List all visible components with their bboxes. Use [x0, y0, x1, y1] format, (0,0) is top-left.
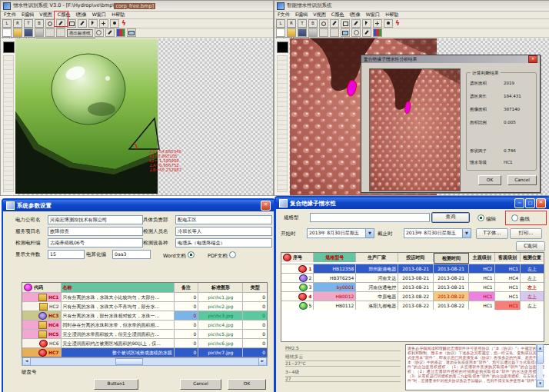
annotate-pencil-icon[interactable] [105, 28, 115, 37]
company-input[interactable]: 河南宏博测控技术有限公司 [48, 215, 143, 224]
new-file-icon[interactable] [2, 28, 12, 37]
flip-bottom-button[interactable]: B [35, 19, 44, 28]
word-doc-radio[interactable]: Word文档 [163, 251, 195, 260]
timer-icon[interactable] [351, 28, 361, 37]
tr-title-bar[interactable]: 智能憎水性识别系统 [274, 1, 549, 12]
crosshair-tool-icon[interactable] [99, 19, 108, 28]
seq-header[interactable]: 序号 [281, 253, 314, 262]
menu-edit[interactable]: E编辑 [295, 12, 308, 18]
palette-icon[interactable] [116, 28, 125, 37]
redo-icon[interactable] [56, 28, 65, 37]
device-input[interactable]: 电缆头（电缆终端盒） [175, 238, 272, 247]
point-tool-icon[interactable] [384, 19, 393, 28]
pdf-doc-radio[interactable]: PDF文档 [208, 251, 236, 260]
result-dialog-title-bar[interactable]: 复合绝缘子憎水性分析结果 ✕ [361, 55, 540, 63]
pic-header[interactable]: 标准图形 [198, 283, 243, 292]
tr-foreground-color-swatch[interactable] [277, 42, 288, 53]
objective-header[interactable]: 客观级别 [495, 253, 521, 262]
palette-icon[interactable] [373, 28, 382, 37]
save-file-icon[interactable] [298, 28, 307, 37]
print-icon[interactable] [308, 28, 318, 37]
display-icon[interactable] [341, 28, 350, 37]
select-tool-icon[interactable] [362, 19, 371, 28]
department-input[interactable]: 配电工区 [175, 215, 272, 224]
scroll-thumb[interactable] [537, 351, 544, 364]
record-row[interactable]: 3 by0001 河南信通电控 2013-08-21 2013-08-21 HC… [281, 283, 544, 292]
menu-file[interactable]: F文件 [4, 12, 16, 18]
records-close-icon[interactable]: ✕ [536, 198, 546, 208]
record-row[interactable]: 5 HB0112 洛阳九都电器 2013-08-22 2013-08-22 HC… [281, 301, 544, 310]
computer-code-input[interactable]: 0aa3 [112, 250, 151, 259]
records-maximize-icon[interactable]: □ [525, 198, 535, 208]
result-dialog-close-icon[interactable]: ✕ [528, 55, 537, 63]
menu-window[interactable]: W窗口 [366, 12, 381, 18]
start-date-combo[interactable]: 2013年 8月30日星期五▼ [307, 228, 374, 238]
menu-view[interactable]: V视图 [313, 12, 326, 18]
table-row[interactable]: HC4 同时存在分离的水珠和水带，但水带的面积相... 0 pic\hc4.jp… [22, 321, 267, 330]
tl-title-bar[interactable]: 憎水性识别系统 V3.0 - [F:\Hydrop\ve\bmp\corp_fr… [1, 1, 273, 12]
chevron-down-icon[interactable]: ▼ [462, 229, 471, 238]
run-date-header[interactable]: 投运时间 [398, 253, 434, 262]
scroll-left-icon[interactable]: ◄ [22, 357, 31, 366]
menu-image[interactable]: I图像 [350, 12, 361, 18]
type-header[interactable]: 类型 [243, 283, 267, 292]
timer-icon[interactable] [95, 28, 104, 37]
flip-top-button[interactable]: T [298, 19, 307, 28]
point-tool-icon[interactable] [110, 19, 119, 28]
position-header[interactable]: 检测位置 [521, 253, 544, 262]
leaf-droplet-image[interactable]: ∠1=54.885346 k1=0.865105 k2=-1.190909 ∠A… [15, 38, 231, 194]
license-text-box[interactable]: 请务必仔细阅读和理解此宏博软件许可使用协议（“本《协议》”）中规定的所有权利和限… [405, 344, 549, 390]
save-file-icon[interactable] [24, 28, 33, 37]
rotate-right-button[interactable]: R [287, 19, 296, 28]
settings-close-icon[interactable]: ✕ [261, 201, 271, 211]
chevron-down-icon[interactable]: ▼ [365, 229, 374, 238]
annotate-pencil-icon[interactable] [362, 28, 371, 37]
records-title-bar[interactable]: 复合绝缘子憎水性 ─ □ ✕ [276, 198, 549, 209]
model-header[interactable]: 规格型号 [314, 253, 356, 262]
redo-icon[interactable] [330, 28, 339, 37]
rotate-left-button[interactable]: L [276, 19, 285, 28]
scroll-thumb[interactable] [115, 358, 143, 365]
standard-line-tool-icon[interactable] [351, 19, 361, 28]
undo-icon[interactable] [319, 28, 328, 37]
new-file-icon[interactable] [276, 28, 285, 37]
standard-line-tool-icon[interactable] [78, 19, 87, 28]
settings-title-bar[interactable]: 系统参数设置 ✕ [3, 200, 274, 211]
pole-input[interactable]: 古南养殖线06号 [48, 238, 143, 247]
zoom-tool-icon[interactable] [319, 19, 328, 28]
analyze-flash-icon[interactable] [394, 20, 402, 27]
test-date-header[interactable]: 检测时间 [434, 253, 470, 264]
table-row[interactable]: HC5 完全浸润的水带面积较大，但完全浸润面积占... 0 pic\hc5.jp… [22, 330, 267, 339]
display-icon[interactable] [127, 28, 136, 37]
open-file-icon[interactable] [287, 28, 296, 37]
menu-file[interactable]: F文件 [278, 12, 290, 18]
name-header[interactable]: 名称 [62, 283, 175, 292]
maker-header[interactable]: 生产厂家 [356, 253, 398, 262]
project-input[interactable]: 故障排查 [48, 227, 143, 236]
rectangle-tool-icon[interactable] [341, 19, 350, 28]
menu-edit[interactable]: E编辑 [22, 12, 34, 18]
tl-palette-ramp[interactable] [3, 55, 14, 192]
result-ok-button[interactable]: OK [478, 175, 501, 185]
settings-ok-button[interactable]: OK [228, 379, 266, 390]
table-row[interactable]: HC3 只有分离的水珠，部分水珠相对较大，水珠一... 0 pic\hc3.jp… [22, 311, 267, 321]
menu-view[interactable]: V视图 [39, 12, 52, 18]
scroll-right-icon[interactable]: ► [258, 357, 267, 366]
license-vscrollbar[interactable]: ▲ ▼ [536, 344, 543, 387]
table-row[interactable]: HC6 完全浸润面积约占被测区域面积的90以上，仅... 0 pic\hc6.j… [22, 339, 267, 348]
print-button[interactable]: 打印... [510, 228, 542, 239]
menu-window[interactable]: W窗口 [92, 12, 107, 18]
select-tool-icon[interactable] [88, 19, 98, 28]
crosshair-tool-icon[interactable] [373, 19, 382, 28]
menu-color[interactable]: C颜色 [331, 12, 344, 18]
menu-help[interactable]: H帮助 [385, 12, 398, 18]
draw-line-tool-icon[interactable] [330, 19, 339, 28]
open-file-icon[interactable] [13, 28, 22, 37]
record-row-selected[interactable]: 1 HB12358 郑州新港电器 2013-08-21 2013-08-21 H… [281, 264, 544, 274]
menu-image[interactable]: I图像 [76, 12, 87, 18]
button1[interactable]: Button1 [94, 379, 138, 390]
table-row[interactable]: HC1 只有分离的水珠，水珠大小比较均匀，大部分... 0 pic\hc1.jp… [22, 293, 267, 302]
font-button[interactable]: T字体... [476, 228, 508, 239]
record-row[interactable]: 4 HB0012 中原电器 2013-08-22 2013-08-22 HC1 … [281, 292, 544, 301]
rotate-right-button[interactable]: R [13, 19, 22, 28]
